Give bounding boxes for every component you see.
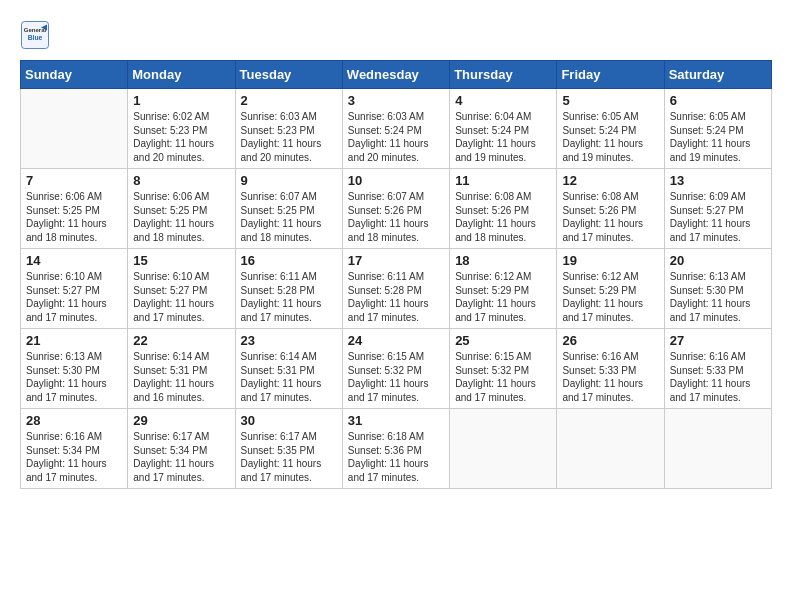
day-number: 29 bbox=[133, 413, 229, 428]
calendar-day-16: 16Sunrise: 6:11 AM Sunset: 5:28 PM Dayli… bbox=[235, 249, 342, 329]
day-number: 10 bbox=[348, 173, 444, 188]
day-number: 18 bbox=[455, 253, 551, 268]
day-info: Sunrise: 6:03 AM Sunset: 5:24 PM Dayligh… bbox=[348, 110, 444, 164]
day-number: 22 bbox=[133, 333, 229, 348]
calendar-week-row: 1Sunrise: 6:02 AM Sunset: 5:23 PM Daylig… bbox=[21, 89, 772, 169]
day-number: 16 bbox=[241, 253, 337, 268]
calendar-day-20: 20Sunrise: 6:13 AM Sunset: 5:30 PM Dayli… bbox=[664, 249, 771, 329]
day-number: 27 bbox=[670, 333, 766, 348]
calendar-day-10: 10Sunrise: 6:07 AM Sunset: 5:26 PM Dayli… bbox=[342, 169, 449, 249]
day-number: 19 bbox=[562, 253, 658, 268]
day-number: 14 bbox=[26, 253, 122, 268]
weekday-header-sunday: Sunday bbox=[21, 61, 128, 89]
day-info: Sunrise: 6:12 AM Sunset: 5:29 PM Dayligh… bbox=[562, 270, 658, 324]
day-number: 7 bbox=[26, 173, 122, 188]
day-info: Sunrise: 6:15 AM Sunset: 5:32 PM Dayligh… bbox=[455, 350, 551, 404]
day-number: 15 bbox=[133, 253, 229, 268]
day-number: 4 bbox=[455, 93, 551, 108]
weekday-header-row: SundayMondayTuesdayWednesdayThursdayFrid… bbox=[21, 61, 772, 89]
day-number: 24 bbox=[348, 333, 444, 348]
calendar-week-row: 14Sunrise: 6:10 AM Sunset: 5:27 PM Dayli… bbox=[21, 249, 772, 329]
calendar-day-1: 1Sunrise: 6:02 AM Sunset: 5:23 PM Daylig… bbox=[128, 89, 235, 169]
calendar-empty-cell bbox=[664, 409, 771, 489]
calendar-week-row: 7Sunrise: 6:06 AM Sunset: 5:25 PM Daylig… bbox=[21, 169, 772, 249]
day-info: Sunrise: 6:02 AM Sunset: 5:23 PM Dayligh… bbox=[133, 110, 229, 164]
page-header: General Blue bbox=[20, 20, 772, 50]
weekday-header-friday: Friday bbox=[557, 61, 664, 89]
calendar-day-15: 15Sunrise: 6:10 AM Sunset: 5:27 PM Dayli… bbox=[128, 249, 235, 329]
calendar-table: SundayMondayTuesdayWednesdayThursdayFrid… bbox=[20, 60, 772, 489]
day-number: 17 bbox=[348, 253, 444, 268]
day-info: Sunrise: 6:10 AM Sunset: 5:27 PM Dayligh… bbox=[26, 270, 122, 324]
day-number: 31 bbox=[348, 413, 444, 428]
logo: General Blue bbox=[20, 20, 50, 50]
calendar-day-24: 24Sunrise: 6:15 AM Sunset: 5:32 PM Dayli… bbox=[342, 329, 449, 409]
calendar-day-17: 17Sunrise: 6:11 AM Sunset: 5:28 PM Dayli… bbox=[342, 249, 449, 329]
calendar-day-4: 4Sunrise: 6:04 AM Sunset: 5:24 PM Daylig… bbox=[450, 89, 557, 169]
day-info: Sunrise: 6:03 AM Sunset: 5:23 PM Dayligh… bbox=[241, 110, 337, 164]
day-info: Sunrise: 6:17 AM Sunset: 5:34 PM Dayligh… bbox=[133, 430, 229, 484]
day-number: 26 bbox=[562, 333, 658, 348]
day-number: 6 bbox=[670, 93, 766, 108]
day-info: Sunrise: 6:07 AM Sunset: 5:26 PM Dayligh… bbox=[348, 190, 444, 244]
day-number: 11 bbox=[455, 173, 551, 188]
calendar-day-30: 30Sunrise: 6:17 AM Sunset: 5:35 PM Dayli… bbox=[235, 409, 342, 489]
weekday-header-wednesday: Wednesday bbox=[342, 61, 449, 89]
day-info: Sunrise: 6:05 AM Sunset: 5:24 PM Dayligh… bbox=[562, 110, 658, 164]
day-number: 21 bbox=[26, 333, 122, 348]
calendar-day-13: 13Sunrise: 6:09 AM Sunset: 5:27 PM Dayli… bbox=[664, 169, 771, 249]
weekday-header-saturday: Saturday bbox=[664, 61, 771, 89]
calendar-day-22: 22Sunrise: 6:14 AM Sunset: 5:31 PM Dayli… bbox=[128, 329, 235, 409]
calendar-day-28: 28Sunrise: 6:16 AM Sunset: 5:34 PM Dayli… bbox=[21, 409, 128, 489]
day-number: 1 bbox=[133, 93, 229, 108]
day-info: Sunrise: 6:13 AM Sunset: 5:30 PM Dayligh… bbox=[670, 270, 766, 324]
day-info: Sunrise: 6:11 AM Sunset: 5:28 PM Dayligh… bbox=[348, 270, 444, 324]
calendar-day-5: 5Sunrise: 6:05 AM Sunset: 5:24 PM Daylig… bbox=[557, 89, 664, 169]
day-info: Sunrise: 6:10 AM Sunset: 5:27 PM Dayligh… bbox=[133, 270, 229, 324]
calendar-day-31: 31Sunrise: 6:18 AM Sunset: 5:36 PM Dayli… bbox=[342, 409, 449, 489]
day-number: 30 bbox=[241, 413, 337, 428]
day-info: Sunrise: 6:14 AM Sunset: 5:31 PM Dayligh… bbox=[133, 350, 229, 404]
calendar-week-row: 28Sunrise: 6:16 AM Sunset: 5:34 PM Dayli… bbox=[21, 409, 772, 489]
calendar-empty-cell bbox=[450, 409, 557, 489]
day-info: Sunrise: 6:18 AM Sunset: 5:36 PM Dayligh… bbox=[348, 430, 444, 484]
weekday-header-monday: Monday bbox=[128, 61, 235, 89]
day-number: 8 bbox=[133, 173, 229, 188]
day-info: Sunrise: 6:08 AM Sunset: 5:26 PM Dayligh… bbox=[455, 190, 551, 244]
calendar-day-26: 26Sunrise: 6:16 AM Sunset: 5:33 PM Dayli… bbox=[557, 329, 664, 409]
day-info: Sunrise: 6:08 AM Sunset: 5:26 PM Dayligh… bbox=[562, 190, 658, 244]
day-info: Sunrise: 6:16 AM Sunset: 5:33 PM Dayligh… bbox=[562, 350, 658, 404]
calendar-day-25: 25Sunrise: 6:15 AM Sunset: 5:32 PM Dayli… bbox=[450, 329, 557, 409]
day-number: 5 bbox=[562, 93, 658, 108]
day-info: Sunrise: 6:06 AM Sunset: 5:25 PM Dayligh… bbox=[133, 190, 229, 244]
calendar-day-2: 2Sunrise: 6:03 AM Sunset: 5:23 PM Daylig… bbox=[235, 89, 342, 169]
calendar-day-21: 21Sunrise: 6:13 AM Sunset: 5:30 PM Dayli… bbox=[21, 329, 128, 409]
day-info: Sunrise: 6:17 AM Sunset: 5:35 PM Dayligh… bbox=[241, 430, 337, 484]
calendar-day-8: 8Sunrise: 6:06 AM Sunset: 5:25 PM Daylig… bbox=[128, 169, 235, 249]
day-info: Sunrise: 6:06 AM Sunset: 5:25 PM Dayligh… bbox=[26, 190, 122, 244]
weekday-header-tuesday: Tuesday bbox=[235, 61, 342, 89]
day-number: 2 bbox=[241, 93, 337, 108]
day-info: Sunrise: 6:09 AM Sunset: 5:27 PM Dayligh… bbox=[670, 190, 766, 244]
calendar-day-27: 27Sunrise: 6:16 AM Sunset: 5:33 PM Dayli… bbox=[664, 329, 771, 409]
day-info: Sunrise: 6:07 AM Sunset: 5:25 PM Dayligh… bbox=[241, 190, 337, 244]
calendar-week-row: 21Sunrise: 6:13 AM Sunset: 5:30 PM Dayli… bbox=[21, 329, 772, 409]
day-number: 13 bbox=[670, 173, 766, 188]
calendar-day-3: 3Sunrise: 6:03 AM Sunset: 5:24 PM Daylig… bbox=[342, 89, 449, 169]
calendar-day-29: 29Sunrise: 6:17 AM Sunset: 5:34 PM Dayli… bbox=[128, 409, 235, 489]
day-number: 12 bbox=[562, 173, 658, 188]
calendar-empty-cell bbox=[557, 409, 664, 489]
calendar-day-9: 9Sunrise: 6:07 AM Sunset: 5:25 PM Daylig… bbox=[235, 169, 342, 249]
day-info: Sunrise: 6:16 AM Sunset: 5:33 PM Dayligh… bbox=[670, 350, 766, 404]
calendar-day-14: 14Sunrise: 6:10 AM Sunset: 5:27 PM Dayli… bbox=[21, 249, 128, 329]
calendar-day-19: 19Sunrise: 6:12 AM Sunset: 5:29 PM Dayli… bbox=[557, 249, 664, 329]
day-number: 28 bbox=[26, 413, 122, 428]
day-info: Sunrise: 6:16 AM Sunset: 5:34 PM Dayligh… bbox=[26, 430, 122, 484]
svg-text:Blue: Blue bbox=[28, 34, 43, 41]
calendar-day-11: 11Sunrise: 6:08 AM Sunset: 5:26 PM Dayli… bbox=[450, 169, 557, 249]
calendar-day-7: 7Sunrise: 6:06 AM Sunset: 5:25 PM Daylig… bbox=[21, 169, 128, 249]
calendar-day-18: 18Sunrise: 6:12 AM Sunset: 5:29 PM Dayli… bbox=[450, 249, 557, 329]
day-number: 20 bbox=[670, 253, 766, 268]
day-number: 25 bbox=[455, 333, 551, 348]
day-number: 23 bbox=[241, 333, 337, 348]
